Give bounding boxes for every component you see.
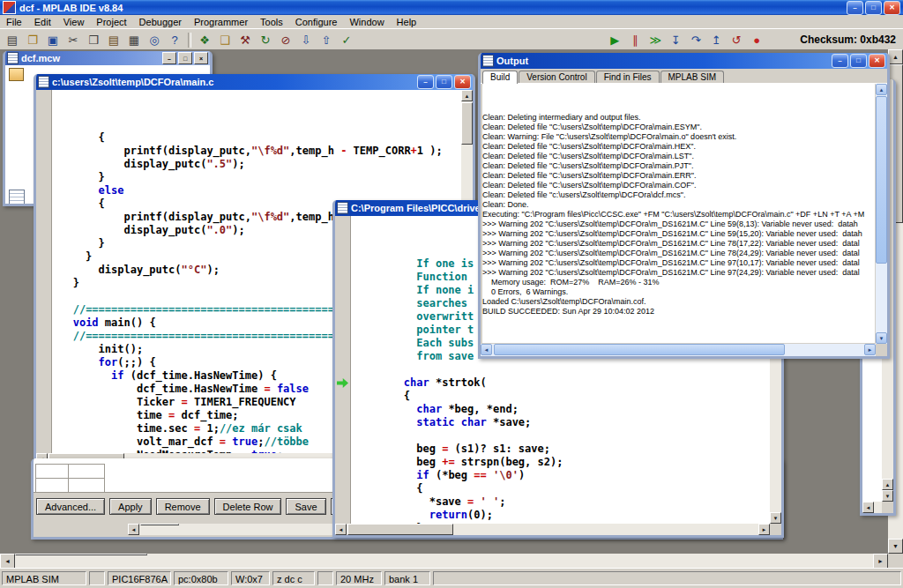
code-line[interactable] xyxy=(353,429,770,443)
help-icon[interactable]: ? xyxy=(165,31,184,49)
save-file-icon[interactable]: ▣ xyxy=(43,31,63,49)
output-tab[interactable]: Version Control xyxy=(519,71,594,83)
files-icon[interactable] xyxy=(9,190,25,204)
code-line[interactable]: char *beg, *end; xyxy=(353,403,770,416)
scroll-up-icon[interactable] xyxy=(461,90,473,101)
form-button[interactable]: Remove xyxy=(156,498,210,515)
print-icon[interactable]: ▦ xyxy=(124,31,144,49)
code-line[interactable]: if (*beg == '\0') xyxy=(353,469,770,482)
scroll-left-icon[interactable] xyxy=(128,524,139,535)
background-horizontal-scrollbar[interactable] xyxy=(0,554,888,569)
find-icon[interactable]: ◎ xyxy=(145,31,164,49)
program-icon[interactable]: ⇩ xyxy=(296,31,316,49)
vertical-scrollbar[interactable] xyxy=(876,84,887,344)
output-line[interactable]: >>> Warning 202 "C:\users\Zsolt\temp\DCF… xyxy=(482,249,875,258)
code-line[interactable]: printf(display_putc,"\f%d",temp_h - TEMP… xyxy=(54,145,461,158)
scroll-down-icon[interactable] xyxy=(770,512,781,524)
output-line[interactable]: Clean: Deleted file "c:\users\Zsolt\temp… xyxy=(482,190,875,200)
scroll-right-icon[interactable] xyxy=(864,344,876,355)
read-icon[interactable]: ⇧ xyxy=(317,31,336,49)
scrollbar-thumb[interactable] xyxy=(140,524,179,525)
menu-item[interactable]: File xyxy=(0,16,28,28)
output-line[interactable]: Clean: Deleted file "C:\users\Zsolt\temp… xyxy=(482,161,875,171)
verify-icon[interactable]: ✓ xyxy=(337,31,356,49)
scroll-right-icon[interactable] xyxy=(873,554,888,569)
menu-item[interactable]: Debugger xyxy=(133,16,188,28)
menu-item[interactable]: Tools xyxy=(254,16,289,28)
close-button[interactable] xyxy=(869,54,885,68)
scroll-up-icon[interactable] xyxy=(882,479,893,490)
step-out-icon[interactable]: ↥ xyxy=(706,31,726,49)
output-tab[interactable]: Find in Files xyxy=(596,71,660,83)
output-line[interactable]: Clean: Deleted file "C:\users\Zsolt\temp… xyxy=(482,152,875,161)
scroll-up-icon[interactable] xyxy=(876,84,887,95)
scrollbar-thumb[interactable] xyxy=(876,96,887,264)
output-line[interactable]: Clean: Deleting intermediary and output … xyxy=(482,113,875,123)
output-line[interactable]: Clean: Deleted file "C:\users\Zsolt\temp… xyxy=(482,181,875,190)
animate-icon[interactable]: ≫ xyxy=(646,31,665,49)
new-project-icon[interactable]: ❖ xyxy=(195,31,214,49)
output-line[interactable]: BUILD SUCCEEDED: Sun Apr 29 10:04:02 201… xyxy=(482,307,875,316)
menu-item[interactable]: Project xyxy=(90,16,132,28)
form-button[interactable]: Delete Row xyxy=(214,498,282,515)
open-file-icon[interactable]: ❐ xyxy=(23,31,42,49)
maximize-button[interactable]: □ xyxy=(178,52,192,64)
close-button[interactable]: × xyxy=(194,52,208,64)
menu-item[interactable]: Edit xyxy=(28,16,57,28)
output-line[interactable]: >>> Warning 202 "C:\users\Zsolt\temp\DCF… xyxy=(482,229,875,239)
build-icon[interactable]: ⚒ xyxy=(235,31,255,49)
code-line[interactable]: *save = ' '; xyxy=(353,495,770,509)
output-tab[interactable]: Build xyxy=(482,71,518,84)
scrollbar-thumb[interactable] xyxy=(494,344,785,355)
output-line[interactable]: Clean: Done. xyxy=(482,200,875,210)
app-maximize-button[interactable] xyxy=(865,1,882,15)
output-line[interactable]: Memory usage: ROM=27% RAM=26% - 31% xyxy=(482,278,875,287)
step-into-icon[interactable]: ↧ xyxy=(666,31,685,49)
scroll-left-icon[interactable] xyxy=(862,502,874,513)
code-line[interactable]: static char *save; xyxy=(353,416,770,429)
paste-icon[interactable]: ▤ xyxy=(104,31,123,49)
output-line[interactable]: Loaded C:\users\Zsolt\temp\DCFOra\main.c… xyxy=(482,297,875,307)
form-button[interactable]: Save xyxy=(286,498,325,515)
minimize-button[interactable]: – xyxy=(162,52,176,64)
run-icon[interactable]: ▶ xyxy=(605,31,624,49)
editor-titlebar[interactable]: c:\users\Zsolt\temp\DCFOra\main.c xyxy=(36,74,473,90)
project-folder-icon[interactable] xyxy=(9,68,24,81)
code-line[interactable]: return(0); xyxy=(353,509,770,522)
step-over-icon[interactable]: ↷ xyxy=(686,31,705,49)
output-line[interactable]: Clean: Warning: File "C:\users\Zsolt\tem… xyxy=(482,132,875,142)
reset-icon[interactable]: ↺ xyxy=(727,31,746,49)
rebuild-icon[interactable]: ↻ xyxy=(256,31,275,49)
scroll-left-icon[interactable] xyxy=(0,554,15,569)
code-line[interactable]: display_putc(".5"); xyxy=(54,158,461,171)
scrollbar-thumb[interactable] xyxy=(15,554,147,555)
output-line[interactable]: Executing: "C:\Program files\Picc\CCSC.e… xyxy=(482,210,875,220)
horizontal-scrollbar[interactable] xyxy=(862,502,882,513)
output-line[interactable]: Clean: Deleted file "C:\users\Zsolt\temp… xyxy=(482,123,875,132)
copy-icon[interactable]: ❒ xyxy=(84,31,103,49)
cut-icon[interactable]: ✂ xyxy=(63,31,83,49)
code-line[interactable]: } xyxy=(54,171,461,184)
output-line[interactable]: 0 Errors, 6 Warnings. xyxy=(482,287,875,297)
code-line[interactable]: else xyxy=(54,184,461,197)
menu-item[interactable]: Programmer xyxy=(188,16,254,28)
maximize-button[interactable] xyxy=(436,75,452,89)
code-line[interactable]: { xyxy=(353,390,770,403)
workspace-titlebar[interactable]: dcf.mcw – □ × xyxy=(5,51,210,65)
scroll-left-icon[interactable] xyxy=(335,524,347,535)
form-button[interactable]: Advanced... xyxy=(36,498,105,515)
new-file-icon[interactable]: ▤ xyxy=(3,31,22,49)
build-log[interactable]: Clean: Deleting intermediary and output … xyxy=(482,84,875,343)
output-line[interactable]: >>> Warning 202 "C:\users\Zsolt\temp\DCF… xyxy=(482,268,875,278)
menu-item[interactable]: Configure xyxy=(289,16,344,28)
close-button[interactable] xyxy=(454,75,471,89)
code-line[interactable]: { xyxy=(54,131,461,145)
code-line[interactable] xyxy=(353,363,770,376)
horizontal-scrollbar[interactable] xyxy=(481,344,876,356)
halt-icon[interactable]: ∥ xyxy=(625,31,645,49)
scrollbar-thumb[interactable] xyxy=(461,102,473,145)
scroll-left-icon[interactable] xyxy=(481,344,492,355)
app-titlebar[interactable]: dcf - MPLAB IDE v8.84 xyxy=(0,0,903,15)
output-line[interactable]: >>> Warning 202 "C:\users\Zsolt\temp\DCF… xyxy=(482,258,875,268)
minimize-button[interactable] xyxy=(832,54,848,68)
